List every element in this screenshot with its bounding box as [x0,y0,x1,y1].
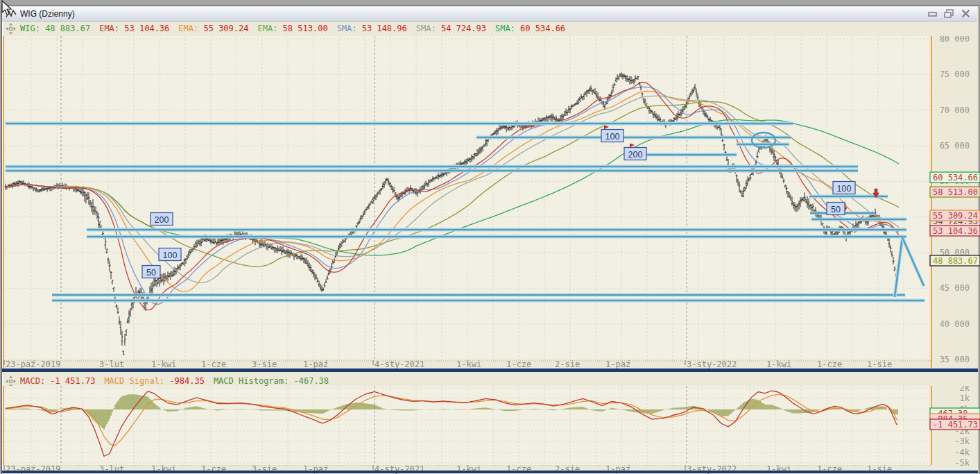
macd-indicator-chart[interactable]: 2k1k0k-1k-2k-3k-4k-5k-467.38-984.35-1 45… [0,386,980,474]
restore-button[interactable] [943,8,955,19]
ma-period-label[interactable]: 100 [159,248,181,261]
window-title: WIG (Dzienny) [20,9,75,19]
svg-text:45 000: 45 000 [940,283,970,293]
svg-text:3-lut: 3-lut [99,359,124,369]
ma-period-label[interactable]: 100 [833,182,855,194]
legend-item: EMA: 58 513.00 [257,24,327,33]
window-controls [927,8,972,19]
svg-text:1k: 1k [960,393,970,403]
close-icon[interactable] [960,8,972,19]
svg-text:200: 200 [155,215,169,225]
legend-item: MACD Signal: -984.35 [104,376,205,386]
svg-text:-1 451.73: -1 451.73 [933,420,978,430]
svg-text:1-cze: 1-cze [201,359,226,369]
title-bar[interactable]: WIG (Dzienny) [2,6,977,22]
mouse-cursor [1,0,15,17]
pane-move-icon[interactable] [6,375,16,387]
main-price-chart[interactable]: 200100501002001005080 00075 00070 00065 … [0,36,980,369]
price-tag: 55 309.24 [930,210,980,221]
legend-item: SMA: 54 724.93 [416,24,486,33]
pane-splitter[interactable] [2,369,978,372]
svg-text:35 000: 35 000 [940,355,970,364]
svg-text:200: 200 [628,150,643,160]
legend-item: MACD Histogram: -467.38 [214,376,329,386]
ma-period-label[interactable]: 50 [142,266,160,278]
svg-text:3-sty-2022: 3-sty-2022 [687,359,737,369]
ma-period-label[interactable]: 200 [151,213,173,226]
svg-text:100: 100 [605,132,620,142]
ma-period-label[interactable]: 200 [624,148,646,160]
svg-text:3-sie: 3-sie [252,359,277,369]
legend-item: EMA: 55 309.24 [178,24,248,33]
main-legend-items: WIG: 48 883.67EMA: 53 104.36EMA: 55 309.… [20,24,574,33]
legend-item: MACD: -1 451.73 [20,376,95,386]
pane-move-icon[interactable] [6,23,16,35]
svg-text:48 883.67: 48 883.67 [933,256,978,266]
ma-period-label[interactable]: 100 [601,130,624,142]
svg-text:53 104.36: 53 104.36 [933,226,978,236]
legend-item: SMA: 60 534.66 [495,24,565,33]
svg-text:-4k: -4k [954,448,970,457]
bottom-border [2,471,978,473]
legend-item: EMA: 53 104.36 [99,24,169,33]
svg-text:50: 50 [146,268,156,278]
main-chart-legend: WIG: 48 883.67EMA: 53 104.36EMA: 55 309.… [2,22,574,35]
price-tag: -1 451.73 [930,419,980,430]
svg-text:1-kwi: 1-kwi [151,359,176,369]
price-tag: 60 534.66 [930,172,980,183]
price-tag: 58 513.00 [930,187,980,197]
minimize-button[interactable] [927,8,938,19]
svg-text:60 534.66: 60 534.66 [933,173,978,183]
svg-text:100: 100 [837,184,852,194]
svg-text:40 000: 40 000 [940,319,970,329]
svg-text:75 000: 75 000 [940,69,970,79]
macd-legend-items: MACD: -1 451.73MACD Signal: -984.35MACD … [20,376,338,386]
svg-text:70 000: 70 000 [940,105,970,115]
svg-text:1-kwi: 1-kwi [456,359,481,369]
svg-text:-3k: -3k [954,437,970,446]
svg-text:65 000: 65 000 [940,141,970,151]
svg-text:1-kwi: 1-kwi [766,359,791,369]
svg-text:1-cze: 1-cze [506,359,531,369]
svg-text:1-sie: 1-sie [867,359,892,369]
svg-text:2-sie: 2-sie [555,359,580,369]
svg-text:-5k: -5k [954,458,970,468]
svg-text:4-sty-2021: 4-sty-2021 [375,359,424,369]
legend-item: SMA: 53 148.96 [337,24,407,33]
svg-text:2k: 2k [960,386,970,393]
price-tag: 53 104.36 [930,226,980,236]
desktop: { "window": { "title": "WIG (Dzienny)", … [0,0,980,474]
svg-text:80 000: 80 000 [940,36,970,44]
svg-text:1-cze: 1-cze [817,359,842,369]
svg-text:58 513.00: 58 513.00 [933,187,978,197]
svg-text:23-paź-2019: 23-paź-2019 [6,359,60,369]
svg-text:55 309.24: 55 309.24 [933,211,978,221]
svg-text:1-paź: 1-paź [303,359,328,369]
price-axis-labels: 80 00075 00070 00065 00060 00055 00050 0… [940,36,970,364]
svg-text:50: 50 [831,205,841,214]
legend-item: WIG: 48 883.67 [20,24,90,33]
svg-text:100: 100 [163,251,178,260]
ma-period-label[interactable]: 50 [827,203,845,215]
svg-text:1-paź: 1-paź [605,359,630,369]
price-tag: 48 883.67 [930,255,980,266]
